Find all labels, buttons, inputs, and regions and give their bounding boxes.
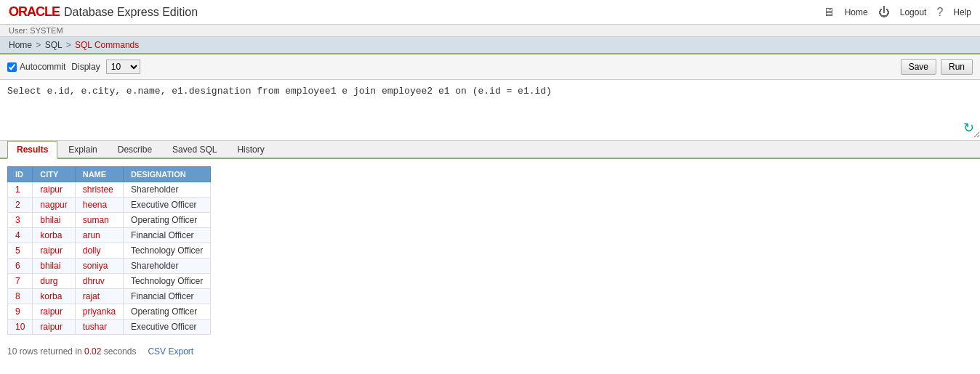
table-cell: tushar: [75, 320, 123, 335]
table-cell: Operating Officer: [124, 213, 211, 228]
display-select[interactable]: 10 25 50 100: [106, 60, 140, 74]
table-cell: 10: [8, 320, 33, 335]
table-cell: shristee: [75, 182, 123, 198]
table-cell: raipur: [33, 304, 75, 320]
logo-area: ORACLE Database Express Edition: [9, 4, 198, 20]
table-cell: Financial Officer: [124, 228, 211, 243]
table-cell: raipur: [33, 320, 75, 335]
row-count-text: 10 rows returned in 0.02 seconds: [7, 346, 136, 357]
table-cell: dhruv: [75, 274, 123, 289]
tab-saved-sql[interactable]: Saved SQL: [163, 141, 226, 158]
sql-textarea[interactable]: [0, 80, 980, 138]
tabs-bar: Results Explain Describe Saved SQL Histo…: [0, 141, 980, 159]
question-icon: ?: [936, 6, 943, 19]
table-row: 3bhilaisumanOperating Officer: [8, 213, 211, 228]
table-row: 8korbarajatFinancial Officer: [8, 289, 211, 304]
help-link[interactable]: Help: [953, 7, 971, 17]
table-cell: 8: [8, 289, 33, 304]
table-cell: Operating Officer: [124, 304, 211, 320]
autocommit-checkbox[interactable]: [7, 62, 17, 72]
table-row: 9raipurpriyankaOperating Officer: [8, 304, 211, 320]
table-cell: soniya: [75, 259, 123, 274]
table-row: 6bhilaisoniyaShareholder: [8, 259, 211, 274]
toolbar-right: Save Run: [901, 59, 973, 75]
col-name: NAME: [75, 167, 123, 182]
results-area: ID CITY NAME DESIGNATION 1raipurshristee…: [0, 159, 980, 342]
table-cell: Shareholder: [124, 182, 211, 198]
table-cell: raipur: [33, 243, 75, 259]
table-cell: raipur: [33, 182, 75, 198]
breadcrumb-home[interactable]: Home: [9, 40, 32, 50]
logout-link[interactable]: Logout: [900, 7, 927, 17]
table-cell: bhilai: [33, 213, 75, 228]
table-body: 1raipurshristeeShareholder2nagpurheenaEx…: [8, 182, 211, 335]
table-cell: Technology Officer: [124, 274, 211, 289]
run-button[interactable]: Run: [941, 59, 973, 75]
table-cell: heena: [75, 198, 123, 213]
table-cell: suman: [75, 213, 123, 228]
oracle-logo: ORACLE: [9, 4, 60, 20]
autocommit-text: Autocommit: [20, 62, 65, 72]
count-prefix: 10 rows returned in: [7, 346, 84, 357]
results-table: ID CITY NAME DESIGNATION 1raipurshristee…: [7, 166, 211, 335]
tab-explain[interactable]: Explain: [59, 141, 106, 158]
table-cell: priyanka: [75, 304, 123, 320]
table-cell: Technology Officer: [124, 243, 211, 259]
table-row: 1raipurshristeeShareholder: [8, 182, 211, 198]
table-cell: bhilai: [33, 259, 75, 274]
breadcrumb: Home > SQL > SQL Commands: [0, 37, 980, 54]
table-cell: korba: [33, 228, 75, 243]
app-title: Database Express Edition: [64, 6, 198, 19]
table-row: 4korbaarunFinancial Officer: [8, 228, 211, 243]
table-cell: 7: [8, 274, 33, 289]
autocommit-label[interactable]: Autocommit: [7, 62, 65, 72]
tab-results[interactable]: Results: [7, 141, 57, 159]
table-cell: nagpur: [33, 198, 75, 213]
breadcrumb-sql[interactable]: SQL: [45, 40, 63, 50]
table-header-row: ID CITY NAME DESIGNATION: [8, 167, 211, 182]
table-cell: Financial Officer: [124, 289, 211, 304]
col-designation: DESIGNATION: [124, 167, 211, 182]
table-row: 2nagpurheenaExecutive Officer: [8, 198, 211, 213]
table-cell: Executive Officer: [124, 198, 211, 213]
user-label: User: SYSTEM: [9, 26, 63, 35]
home-link[interactable]: Home: [845, 7, 868, 17]
table-cell: 5: [8, 243, 33, 259]
monitor-icon: 🖥: [823, 6, 835, 19]
display-label: Display: [71, 62, 100, 72]
table-row: 10raipurtusharExecutive Officer: [8, 320, 211, 335]
table-cell: 4: [8, 228, 33, 243]
tab-history[interactable]: History: [228, 141, 273, 158]
table-cell: 2: [8, 198, 33, 213]
table-cell: Shareholder: [124, 259, 211, 274]
power-icon: ⏻: [878, 6, 890, 19]
toolbar-left: Autocommit Display 10 25 50 100: [7, 60, 140, 74]
time-value: 0.02: [84, 346, 101, 357]
breadcrumb-sep2: >: [66, 40, 71, 50]
tab-describe[interactable]: Describe: [108, 141, 161, 158]
table-cell: 3: [8, 213, 33, 228]
results-footer: 10 rows returned in 0.02 seconds CSV Exp…: [0, 342, 980, 361]
csv-export-link[interactable]: CSV Export: [148, 346, 193, 357]
sql-editor-area: ↻: [0, 80, 980, 141]
col-city: CITY: [33, 167, 75, 182]
top-bar: ORACLE Database Express Edition 🖥 Home ⏻…: [0, 0, 980, 25]
table-cell: rajat: [75, 289, 123, 304]
refresh-icon[interactable]: ↻: [963, 120, 974, 136]
breadcrumb-sep1: >: [36, 40, 41, 50]
table-row: 7durgdhruvTechnology Officer: [8, 274, 211, 289]
breadcrumb-current: SQL Commands: [75, 40, 139, 50]
table-row: 5raipurdollyTechnology Officer: [8, 243, 211, 259]
top-nav: 🖥 Home ⏻ Logout ? Help: [823, 6, 971, 19]
table-cell: dolly: [75, 243, 123, 259]
table-cell: korba: [33, 289, 75, 304]
table-cell: arun: [75, 228, 123, 243]
col-id: ID: [8, 167, 33, 182]
table-cell: durg: [33, 274, 75, 289]
user-bar: User: SYSTEM: [0, 25, 980, 37]
save-button[interactable]: Save: [901, 59, 936, 75]
time-unit: seconds: [101, 346, 136, 357]
toolbar: Autocommit Display 10 25 50 100 Save Run: [0, 54, 980, 80]
table-cell: Executive Officer: [124, 320, 211, 335]
oracle-text: ORACLE: [9, 4, 60, 19]
